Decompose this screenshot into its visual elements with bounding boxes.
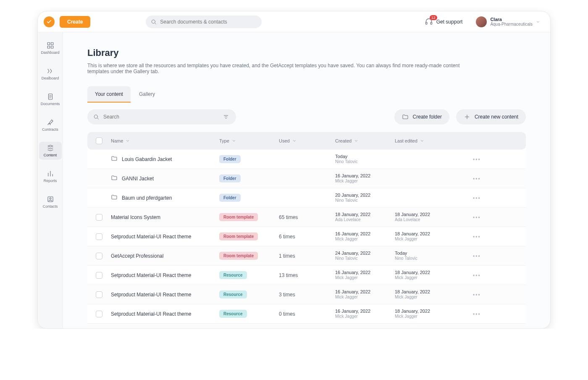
global-search-input[interactable] bbox=[160, 19, 257, 25]
row-checkbox[interactable] bbox=[96, 214, 102, 221]
chevron-down-icon bbox=[420, 139, 424, 143]
type-badge: Folder bbox=[219, 155, 241, 163]
row-checkbox[interactable] bbox=[96, 253, 102, 259]
sidebar-item-contracts[interactable]: Contracts bbox=[39, 116, 62, 134]
row-edited-by: Mick Jagger bbox=[395, 237, 473, 242]
row-more-button[interactable]: ••• bbox=[473, 176, 490, 182]
search-icon bbox=[93, 114, 99, 120]
row-created-by: Mick Jagger bbox=[335, 295, 395, 300]
table-row[interactable]: Setproduct Material-UI React themeResour… bbox=[87, 324, 526, 328]
row-created-by: Mick Jagger bbox=[335, 237, 395, 242]
content-search-input[interactable] bbox=[103, 114, 218, 120]
row-created-date: 20 January, 2022 bbox=[335, 193, 395, 198]
sidebar-item-content[interactable]: Content bbox=[39, 142, 62, 160]
chevron-down-icon bbox=[292, 139, 297, 143]
sidebar-item-dealboard[interactable]: Dealboard bbox=[39, 65, 62, 83]
sidebar-item-dashboard[interactable]: Dashboard bbox=[39, 39, 62, 57]
check-icon bbox=[46, 19, 52, 25]
tabs: Your contentGallery bbox=[87, 86, 526, 103]
row-more-button[interactable]: ••• bbox=[473, 253, 490, 259]
row-edited-date: Today bbox=[395, 251, 473, 256]
tab-gallery[interactable]: Gallery bbox=[131, 86, 163, 102]
chevron-down-icon bbox=[232, 139, 236, 143]
profile-name: Clara bbox=[490, 17, 533, 22]
type-badge: Resource bbox=[219, 310, 247, 318]
row-created-by: Mick Jagger bbox=[335, 314, 395, 319]
row-edited-date: 18 January, 2022 bbox=[395, 328, 473, 328]
row-checkbox[interactable] bbox=[96, 233, 102, 240]
sidebar-item-label: Dealboard bbox=[42, 76, 59, 80]
tab-your-content[interactable]: Your content bbox=[87, 86, 131, 102]
global-search[interactable] bbox=[146, 16, 262, 28]
get-support[interactable]: 12 Get support bbox=[425, 18, 463, 26]
row-checkbox[interactable] bbox=[96, 272, 102, 279]
column-used[interactable]: Used bbox=[279, 138, 335, 143]
row-more-button[interactable]: ••• bbox=[473, 234, 490, 240]
row-edited-date: 18 January, 2022 bbox=[395, 309, 473, 314]
row-created-date: 18 January, 2022 bbox=[335, 212, 395, 217]
svg-point-0 bbox=[152, 20, 155, 23]
sidebar-item-label: Documents bbox=[41, 102, 60, 106]
row-checkbox[interactable] bbox=[96, 311, 102, 317]
table-row[interactable]: Setproduct Material-UI React themeResour… bbox=[87, 304, 526, 324]
row-more-button[interactable]: ••• bbox=[473, 292, 490, 298]
row-edited-date: 18 January, 2022 bbox=[395, 231, 473, 237]
row-used: 1 times bbox=[279, 253, 335, 259]
row-name: Louis Gabardin Jacket bbox=[122, 156, 172, 162]
filter-icon[interactable] bbox=[222, 113, 230, 121]
row-edited-by: Nino Talovic bbox=[395, 256, 473, 261]
row-more-button[interactable]: ••• bbox=[473, 311, 490, 317]
create-button[interactable]: Create bbox=[60, 16, 90, 28]
type-badge: Resource bbox=[219, 271, 247, 279]
row-checkbox[interactable] bbox=[96, 291, 102, 298]
select-all-checkbox[interactable] bbox=[96, 137, 102, 144]
svg-rect-1 bbox=[425, 22, 427, 24]
row-created-date: 16 January, 2022 bbox=[335, 173, 395, 179]
reports-icon bbox=[47, 170, 54, 177]
row-created-date: 24 January, 2022 bbox=[335, 251, 395, 256]
profile-menu[interactable]: Clara Aqua-Pharmaceuticals bbox=[476, 16, 540, 27]
row-used: 3 times bbox=[279, 292, 335, 298]
profile-org: Aqua-Pharmaceuticals bbox=[490, 22, 533, 26]
row-name: Baum und pferdgarten bbox=[122, 195, 172, 201]
table-row[interactable]: Louis Gabardin JacketFolderTodayNino Tal… bbox=[87, 150, 526, 169]
table-row[interactable]: Setproduct Material-UI React themeRoom t… bbox=[87, 227, 526, 246]
row-more-button[interactable]: ••• bbox=[473, 156, 490, 162]
create-new-content-button[interactable]: Create new content bbox=[456, 109, 526, 124]
table-row[interactable]: Setproduct Material-UI React themeResour… bbox=[87, 266, 526, 285]
app-logo[interactable] bbox=[44, 16, 55, 27]
column-name[interactable]: Name bbox=[111, 138, 219, 143]
table-row[interactable]: GetAccept ProfessionalRoom template1 tim… bbox=[87, 246, 526, 266]
support-badge: 12 bbox=[430, 15, 437, 20]
row-edited-by: Ada Lovelace bbox=[395, 217, 473, 222]
folder-icon bbox=[402, 113, 409, 120]
page-subtitle: This is where we store all the resources… bbox=[87, 63, 474, 74]
row-used: 13 times bbox=[279, 272, 335, 278]
svg-rect-5 bbox=[47, 46, 50, 48]
page-title: Library bbox=[87, 48, 526, 58]
row-more-button[interactable]: ••• bbox=[473, 272, 490, 278]
table-row[interactable]: GANNI JacketFolder16 January, 2022Mick J… bbox=[87, 169, 526, 188]
contacts-icon bbox=[47, 195, 54, 203]
content-icon bbox=[47, 144, 54, 152]
column-last-edited[interactable]: Last edited bbox=[395, 138, 473, 143]
sidebar-item-documents[interactable]: Documents bbox=[39, 90, 62, 108]
row-name: Setproduct Material-UI React theme bbox=[111, 311, 191, 317]
sidebar-item-label: Contacts bbox=[43, 204, 58, 208]
column-created[interactable]: Created bbox=[335, 138, 395, 143]
column-type[interactable]: Type bbox=[219, 138, 279, 143]
row-more-button[interactable]: ••• bbox=[473, 214, 490, 220]
row-edited-by: Mick Jagger bbox=[395, 314, 473, 319]
row-more-button[interactable]: ••• bbox=[473, 195, 490, 201]
row-name: Material Icons System bbox=[111, 214, 160, 220]
content-search[interactable] bbox=[87, 109, 236, 124]
sidebar-item-contacts[interactable]: Contacts bbox=[39, 193, 62, 211]
table-row[interactable]: Setproduct Material-UI React themeResour… bbox=[87, 285, 526, 304]
row-created-date: 16 January, 2022 bbox=[335, 289, 395, 295]
table-row[interactable]: Material Icons SystemRoom template65 tim… bbox=[87, 208, 526, 227]
sidebar-item-reports[interactable]: Reports bbox=[39, 167, 62, 185]
table-row[interactable]: Baum und pferdgartenFolder20 January, 20… bbox=[87, 188, 526, 208]
create-folder-button[interactable]: Create folder bbox=[394, 109, 449, 124]
row-created-date: Today bbox=[335, 154, 395, 159]
row-created-by: Nino Talovic bbox=[335, 159, 395, 164]
